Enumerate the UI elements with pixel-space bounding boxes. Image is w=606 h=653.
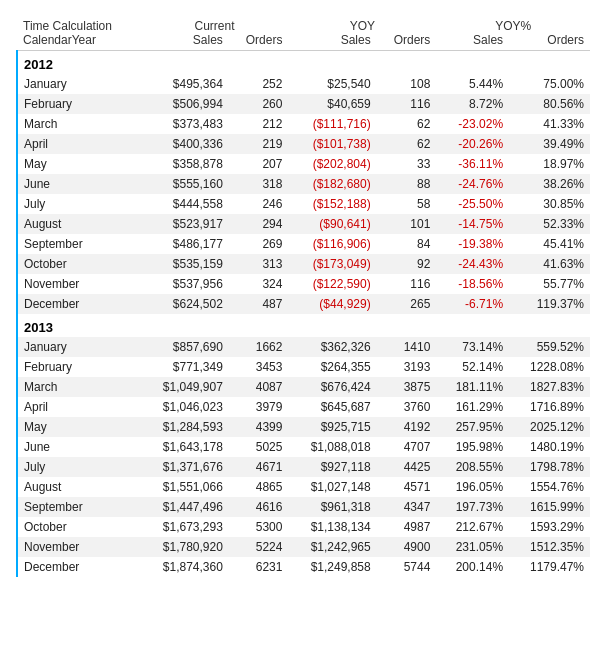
yoypct-orders-cell: 38.26% [509, 174, 590, 194]
cur-orders-cell: 6231 [229, 557, 289, 577]
yoypct-orders-cell: 80.56% [509, 94, 590, 114]
yoy-orders-cell: 88 [377, 174, 437, 194]
yoy-sales-cell: $927,118 [288, 457, 376, 477]
yoy-orders-cell: 101 [377, 214, 437, 234]
yoypct-orders-cell: 41.63% [509, 254, 590, 274]
col-cur-orders-label: Orders [229, 33, 289, 51]
month-cell: May [17, 417, 141, 437]
month-cell: December [17, 557, 141, 577]
yoy-sales-cell: $961,318 [288, 497, 376, 517]
yoypct-sales-cell: 181.11% [436, 377, 509, 397]
month-cell: November [17, 274, 141, 294]
yoypct-sales-cell: 73.14% [436, 337, 509, 357]
yoy-sales-cell: ($90,641) [288, 214, 376, 234]
yoy-sales-cell: $925,715 [288, 417, 376, 437]
yoypct-orders-cell: 1228.08% [509, 357, 590, 377]
cur-orders-cell: 5025 [229, 437, 289, 457]
yoy-orders-cell: 4571 [377, 477, 437, 497]
cur-sales-cell: $1,551,066 [141, 477, 229, 497]
cur-orders-cell: 219 [229, 134, 289, 154]
yoy-sales-cell: $40,659 [288, 94, 376, 114]
table-row: August$523,917294($90,641)101-14.75%52.3… [17, 214, 590, 234]
cur-sales-cell: $771,349 [141, 357, 229, 377]
yoypct-sales-cell: 197.73% [436, 497, 509, 517]
cur-sales-cell: $523,917 [141, 214, 229, 234]
month-cell: February [17, 94, 141, 114]
yoypct-orders-cell: 559.52% [509, 337, 590, 357]
yoypct-orders-cell: 52.33% [509, 214, 590, 234]
yoypct-sales-cell: 212.67% [436, 517, 509, 537]
yoypct-orders-cell: 18.97% [509, 154, 590, 174]
yoypct-orders-cell: 1798.78% [509, 457, 590, 477]
table-row: July$1,371,6764671$927,1184425208.55%179… [17, 457, 590, 477]
month-cell: July [17, 194, 141, 214]
yoypct-sales-cell: -6.71% [436, 294, 509, 314]
month-cell: March [17, 114, 141, 134]
cur-sales-cell: $1,874,360 [141, 557, 229, 577]
yoy-orders-cell: 5744 [377, 557, 437, 577]
yoy-orders-cell: 3193 [377, 357, 437, 377]
cur-orders-cell: 4616 [229, 497, 289, 517]
yoy-orders-cell: 4347 [377, 497, 437, 517]
yoypct-sales-cell: 5.44% [436, 74, 509, 94]
yoy-orders-cell: 4987 [377, 517, 437, 537]
month-cell: June [17, 174, 141, 194]
yoypct-orders-cell: 2025.12% [509, 417, 590, 437]
table-row: November$537,956324($122,590)116-18.56%5… [17, 274, 590, 294]
yoy-sales-cell: $25,540 [288, 74, 376, 94]
yoy-orders-cell: 4192 [377, 417, 437, 437]
month-cell: September [17, 234, 141, 254]
month-cell: September [17, 497, 141, 517]
table-row: June$1,643,1785025$1,088,0184707195.98%1… [17, 437, 590, 457]
yoypct-orders-cell: 1716.89% [509, 397, 590, 417]
yoy-sales-cell: ($101,738) [288, 134, 376, 154]
yoypct-orders-cell: 55.77% [509, 274, 590, 294]
table-row: April$400,336219($101,738)62-20.26%39.49… [17, 134, 590, 154]
cur-sales-cell: $1,049,907 [141, 377, 229, 397]
month-cell: January [17, 337, 141, 357]
group-current-label: Current [141, 16, 289, 33]
table-row: December$1,874,3606231$1,249,8585744200.… [17, 557, 590, 577]
cur-sales-cell: $535,159 [141, 254, 229, 274]
yoy-sales-cell: $1,242,965 [288, 537, 376, 557]
month-cell: February [17, 357, 141, 377]
year-row: 2013 [17, 314, 590, 337]
yoypct-orders-cell: 1512.35% [509, 537, 590, 557]
month-cell: January [17, 74, 141, 94]
yoypct-orders-cell: 1593.29% [509, 517, 590, 537]
yoy-orders-cell: 265 [377, 294, 437, 314]
cur-orders-cell: 487 [229, 294, 289, 314]
cur-sales-cell: $624,502 [141, 294, 229, 314]
yoy-sales-cell: ($182,680) [288, 174, 376, 194]
cur-sales-cell: $358,878 [141, 154, 229, 174]
yoypct-orders-cell: 1827.83% [509, 377, 590, 397]
yoy-orders-cell: 4900 [377, 537, 437, 557]
yoy-sales-cell: $1,027,148 [288, 477, 376, 497]
yoy-orders-cell: 116 [377, 274, 437, 294]
yoy-orders-cell: 4425 [377, 457, 437, 477]
header-row-2: CalendarYear Sales Orders Sales Orders S… [17, 33, 590, 51]
table-row: December$624,502487($44,929)265-6.71%119… [17, 294, 590, 314]
cur-orders-cell: 252 [229, 74, 289, 94]
yoypct-sales-cell: 231.05% [436, 537, 509, 557]
yoypct-orders-cell: 75.00% [509, 74, 590, 94]
table-row: September$1,447,4964616$961,3184347197.7… [17, 497, 590, 517]
yoypct-orders-cell: 1554.76% [509, 477, 590, 497]
cur-orders-cell: 3979 [229, 397, 289, 417]
month-cell: October [17, 254, 141, 274]
yoypct-sales-cell: -25.50% [436, 194, 509, 214]
yoy-sales-cell: $264,355 [288, 357, 376, 377]
yoypct-sales-cell: 8.72% [436, 94, 509, 114]
table-row: November$1,780,9205224$1,242,9654900231.… [17, 537, 590, 557]
cur-orders-cell: 324 [229, 274, 289, 294]
yoypct-sales-cell: -14.75% [436, 214, 509, 234]
cur-sales-cell: $1,371,676 [141, 457, 229, 477]
cur-orders-cell: 269 [229, 234, 289, 254]
year-label: 2012 [17, 51, 590, 75]
yoypct-sales-cell: 208.55% [436, 457, 509, 477]
yoypct-sales-cell: -20.26% [436, 134, 509, 154]
cur-sales-cell: $1,284,593 [141, 417, 229, 437]
cur-sales-cell: $506,994 [141, 94, 229, 114]
yoypct-sales-cell: 161.29% [436, 397, 509, 417]
header-row-1: Time Calculation Current YOY YOY% [17, 16, 590, 33]
